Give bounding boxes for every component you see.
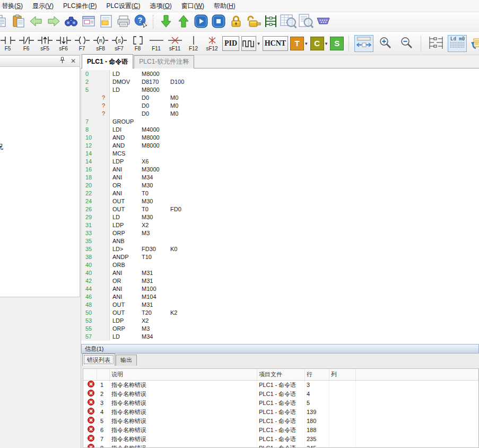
- header-project-file[interactable]: 项目文件: [257, 369, 305, 380]
- code-line[interactable]: 8LDIM4000: [81, 126, 479, 134]
- code-line[interactable]: 46ANIM104: [81, 293, 479, 301]
- table-monitor-button[interactable]: [280, 13, 297, 30]
- instruction-list-editor[interactable]: 0LDM80002DMOVD8170D1005LDM8000?D0M0?D0M0…: [81, 68, 479, 344]
- code-line[interactable]: 14MCS: [81, 150, 479, 158]
- code-line[interactable]: 24OUTM30: [81, 197, 479, 205]
- error-row[interactable]: 1指令名称错误PLC1 - 命令语3: [83, 381, 478, 390]
- code-line[interactable]: 35ANB: [81, 237, 479, 245]
- timer-button[interactable]: T: [290, 37, 304, 50]
- code-line[interactable]: 40ORB: [81, 261, 479, 269]
- code-line[interactable]: 55ORPM3: [81, 325, 479, 333]
- pid-button[interactable]: PID: [222, 36, 239, 51]
- close-panel-icon[interactable]: ✕: [71, 58, 76, 64]
- back-button[interactable]: [27, 13, 45, 30]
- instruction-list-view-button[interactable]: Ld m0: [448, 35, 467, 52]
- error-row[interactable]: 2指令名称错误PLC1 - 命令语4: [83, 390, 478, 399]
- vertical-line-button[interactable]: F12: [184, 33, 203, 54]
- paste-button[interactable]: [10, 13, 27, 30]
- lock-button[interactable]: [227, 13, 245, 30]
- coil-set-button[interactable]: SsF7: [110, 33, 128, 54]
- unlock-button[interactable]: [245, 13, 262, 30]
- contact-rising-button[interactable]: sF5: [36, 33, 54, 54]
- instruction-block-button[interactable]: F8: [128, 33, 147, 54]
- code-line[interactable]: 53LDPX2: [81, 317, 479, 325]
- stop-button[interactable]: [210, 13, 227, 30]
- run-button[interactable]: [192, 13, 210, 30]
- contact-falling-button[interactable]: sF6: [54, 33, 73, 54]
- menu-h[interactable]: 帮助(H): [209, 0, 240, 12]
- zoom-out-button[interactable]: [397, 35, 416, 52]
- convert-button[interactable]: [469, 35, 479, 52]
- header-column[interactable]: 列: [329, 369, 356, 380]
- code-line[interactable]: ?D0M0: [81, 94, 479, 102]
- tab-plc1-instruction-list[interactable]: PLC1 - 命令语: [82, 54, 133, 68]
- delete-horizontal-line-button[interactable]: sF11: [166, 33, 184, 54]
- help-button[interactable]: ?: [132, 13, 150, 30]
- timer-dropdown-icon[interactable]: ▾: [305, 41, 308, 46]
- tab-output[interactable]: 输出: [116, 355, 137, 366]
- menu-s[interactable]: 替换(S): [0, 0, 28, 12]
- contact-closed-button[interactable]: F6: [17, 33, 36, 54]
- code-line[interactable]: ?D0M0: [81, 102, 479, 110]
- code-line[interactable]: 10ANDM8000: [81, 134, 479, 142]
- forward-button[interactable]: [45, 13, 62, 30]
- hcnt-button[interactable]: HCNT: [263, 36, 288, 51]
- code-line[interactable]: 57LDM34: [81, 333, 479, 341]
- menu-o[interactable]: 选项(O): [145, 0, 176, 12]
- code-line[interactable]: 40ANIM31: [81, 269, 479, 277]
- code-line[interactable]: 44ANIM100: [81, 285, 479, 293]
- pulse-output-dropdown-icon[interactable]: ▾: [257, 41, 260, 46]
- state-button[interactable]: S: [330, 37, 344, 50]
- menu-c[interactable]: PLC设置(C): [101, 0, 145, 12]
- ladder-monitor-button[interactable]: [262, 13, 280, 30]
- code-line[interactable]: 5LDM8000: [81, 86, 479, 94]
- zoom-in-button[interactable]: [376, 35, 395, 52]
- serial-port-button[interactable]: [315, 13, 332, 30]
- fit-width-button[interactable]: [354, 35, 373, 52]
- menu-p[interactable]: PLC操作(P): [58, 0, 101, 12]
- horizontal-line-button[interactable]: F11: [147, 33, 166, 54]
- code-line[interactable]: ?D0M0: [81, 110, 479, 118]
- doc-monitor-button[interactable]: [297, 13, 315, 30]
- output-doc-button[interactable]: [97, 13, 115, 30]
- copy-button[interactable]: [0, 13, 10, 30]
- counter-dropdown-icon[interactable]: ▾: [325, 41, 328, 46]
- code-line[interactable]: 20ORM30: [81, 182, 479, 189]
- error-row[interactable]: 4指令名称错误PLC1 - 命令语139: [83, 408, 478, 417]
- code-line[interactable]: 16ANIM3000: [81, 166, 479, 174]
- code-line[interactable]: 0LDM8000: [81, 70, 479, 78]
- code-line[interactable]: 42ORM31: [81, 277, 479, 285]
- error-row[interactable]: 6指令名称错误PLC1 - 命令语188: [83, 426, 478, 435]
- tab-error-list[interactable]: 错误列表: [82, 354, 115, 366]
- code-line[interactable]: 31LDPX2: [81, 221, 479, 229]
- pin-icon[interactable]: [59, 57, 65, 65]
- code-line[interactable]: 14LDPX6: [81, 158, 479, 166]
- code-line[interactable]: 29LDM30: [81, 213, 479, 221]
- code-line[interactable]: 7GROUP: [81, 118, 479, 126]
- upload-button[interactable]: [175, 13, 192, 30]
- coil-out-button[interactable]: F7: [73, 33, 91, 54]
- code-line[interactable]: 22ANIT0: [81, 189, 479, 197]
- menu-v[interactable]: 显示(V): [28, 0, 58, 12]
- ladder-view-button[interactable]: [426, 35, 446, 52]
- counter-button[interactable]: C: [310, 37, 324, 50]
- download-button[interactable]: [157, 13, 175, 30]
- delete-vertical-line-button[interactable]: sF12: [203, 33, 221, 54]
- code-line[interactable]: 33ORPM3: [81, 229, 479, 237]
- error-row[interactable]: 8指令名称错误PLC1 - 命令语245: [83, 444, 478, 448]
- find-dialog-button[interactable]: [80, 13, 97, 30]
- code-line[interactable]: 26OUTT0FD0: [81, 205, 479, 213]
- header-row[interactable]: 行: [305, 369, 329, 380]
- code-line[interactable]: 18ANIM34: [81, 174, 479, 182]
- pulse-output-button[interactable]: [241, 36, 256, 51]
- code-line[interactable]: 38ANDPT10: [81, 253, 479, 261]
- error-row[interactable]: 3指令名称错误PLC1 - 命令语5: [83, 399, 478, 408]
- print-button[interactable]: [115, 13, 132, 30]
- menu-w[interactable]: 窗口(W): [177, 0, 209, 12]
- header-description[interactable]: 说明: [110, 369, 257, 380]
- error-row[interactable]: 7指令名称错误PLC1 - 命令语235: [83, 435, 478, 444]
- code-line[interactable]: 48OUTM31: [81, 301, 479, 309]
- error-row[interactable]: 5指令名称错误PLC1 - 命令语180: [83, 417, 478, 426]
- coil-reset-button[interactable]: RsF8: [91, 33, 110, 54]
- tab-plc1-device-comments[interactable]: PLC1-软元件注释: [134, 55, 194, 68]
